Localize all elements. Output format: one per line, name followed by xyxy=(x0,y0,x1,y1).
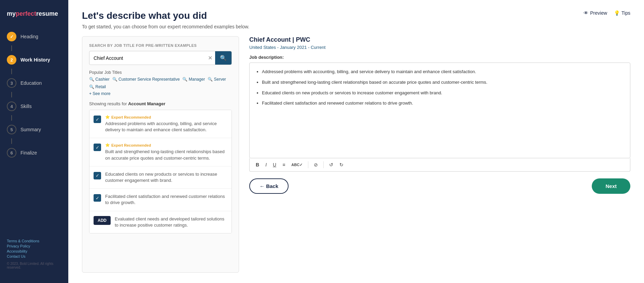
tips-label: Tips xyxy=(621,10,630,16)
sidebar-item-finalize[interactable]: 6 Finalize xyxy=(0,144,68,162)
job-company-separator: | xyxy=(292,36,296,43)
see-more-button[interactable]: + See more xyxy=(89,91,232,96)
spellcheck-button[interactable]: ABC✓ xyxy=(289,162,305,168)
nav-connector-3 xyxy=(11,92,12,97)
underline-button[interactable]: U xyxy=(271,161,278,169)
search-box: ✕ 🔍 xyxy=(89,51,232,65)
job-date-separator: - xyxy=(277,45,280,50)
popular-tags: 🔍 Cashier 🔍 Customer Service Representat… xyxy=(89,77,232,89)
result-item[interactable]: ✓ ⭐ Expert Recommended Addressed problem… xyxy=(89,110,232,138)
page-title: Let's describe what you did xyxy=(82,10,207,21)
accessibility-link[interactable]: Accessibility xyxy=(7,249,61,253)
step-circle-skills: 4 xyxy=(7,102,16,111)
add-result-button[interactable]: ADD xyxy=(94,216,111,225)
redo-button[interactable]: ↻ xyxy=(337,161,346,169)
result-text: Addressed problems with accounting, bill… xyxy=(105,121,227,133)
search-button[interactable]: 🔍 xyxy=(215,51,232,65)
result-item[interactable]: ADD Evaluated client needs and developed… xyxy=(89,211,232,233)
preview-label: Preview xyxy=(590,10,607,16)
result-content: ⭐ Expert Recommended Addressed problems … xyxy=(105,115,227,133)
sidebar-label-heading: Heading xyxy=(20,34,38,39)
job-date-end: Current xyxy=(311,45,325,50)
job-title-line: Chief Account | PWC xyxy=(249,36,630,43)
job-date-dash: - xyxy=(308,45,311,50)
privacy-link[interactable]: Privacy Policy xyxy=(7,244,61,248)
result-text: Educated clients on new products or serv… xyxy=(105,171,227,184)
copyright-text: © 2023, Bold Limited. All rights reserve… xyxy=(7,262,61,269)
contact-link[interactable]: Contact Us xyxy=(7,254,61,258)
result-content: Facilitated client satisfaction and rene… xyxy=(105,193,227,206)
clear-format-button[interactable]: ⊘ xyxy=(312,161,320,169)
search-panel: SEARCH BY JOB TITLE FOR PRE-WRITTEN EXAM… xyxy=(82,36,239,273)
result-checkbox[interactable]: ✓ xyxy=(94,172,101,179)
clear-search-button[interactable]: ✕ xyxy=(205,55,215,61)
sidebar-item-heading[interactable]: ✓ Heading xyxy=(0,28,68,45)
result-checkbox[interactable]: ✓ xyxy=(94,144,101,151)
job-title: Chief Account xyxy=(249,36,291,43)
tag-cashier[interactable]: 🔍 Cashier xyxy=(89,77,110,82)
bottom-nav: ← Back Next xyxy=(249,178,630,194)
result-content: Evaluated client needs and developed tai… xyxy=(115,216,227,228)
eye-icon: 👁 xyxy=(584,10,588,16)
editor-toolbar: B I U ≡ ABC✓ ⊘ ↺ ↻ xyxy=(249,158,630,172)
nav-connector-1 xyxy=(11,45,12,51)
expert-label: ⭐ Expert Recommended xyxy=(105,115,227,119)
bullet-3: Educated clients on new products or serv… xyxy=(262,90,625,97)
job-desc-label: Job description: xyxy=(249,55,630,60)
page-header: Let's describe what you did 👁 Preview 💡 … xyxy=(82,10,630,21)
sidebar-label-skills: Skills xyxy=(20,104,32,109)
step-circle-finalize: 6 xyxy=(7,148,16,158)
result-content: ⭐ Expert Recommended Built and strengthe… xyxy=(105,143,227,161)
sidebar-item-education[interactable]: 3 Education xyxy=(0,74,68,92)
bullet-2: Built and strengthened long-lasting clie… xyxy=(262,79,625,86)
expert-label: ⭐ Expert Recommended xyxy=(105,143,227,147)
search-input[interactable] xyxy=(89,52,205,64)
job-desc-editor[interactable]: Addressed problems with accounting, bill… xyxy=(249,63,630,158)
popular-titles: Popular Job Titles 🔍 Cashier 🔍 Customer … xyxy=(89,70,232,96)
result-item[interactable]: ✓ Facilitated client satisfaction and re… xyxy=(89,189,232,211)
job-location-line: United States - January 2021 - Current xyxy=(249,45,630,50)
main-content: Let's describe what you did 👁 Preview 💡 … xyxy=(68,0,644,283)
sidebar-footer: Terms & Conditions Privacy Policy Access… xyxy=(0,232,68,276)
tag-manager[interactable]: 🔍 Manager xyxy=(182,77,205,82)
tag-retail[interactable]: 🔍 Retail xyxy=(89,84,106,89)
header-actions: 👁 Preview 💡 Tips xyxy=(584,10,630,16)
nav-connector-5 xyxy=(11,138,12,144)
result-text: Facilitated client satisfaction and rene… xyxy=(105,193,227,206)
tag-customer-service[interactable]: 🔍 Customer Service Representative xyxy=(112,77,180,82)
tag-server[interactable]: 🔍 Server xyxy=(208,77,226,82)
step-circle-heading: ✓ xyxy=(7,32,16,41)
result-item[interactable]: ✓ Educated clients on new products or se… xyxy=(89,166,232,189)
list-button[interactable]: ≡ xyxy=(280,161,287,169)
sidebar-item-work-history[interactable]: 2 Work History xyxy=(0,51,68,69)
sidebar-label-summary: Summary xyxy=(20,127,41,132)
result-text: Evaluated client needs and developed tai… xyxy=(115,216,227,228)
tips-button[interactable]: 💡 Tips xyxy=(614,10,630,16)
result-checkbox[interactable]: ✓ xyxy=(94,116,101,123)
result-content: Educated clients on new products or serv… xyxy=(105,171,227,184)
job-date-start: January 2021 xyxy=(280,45,307,50)
next-button[interactable]: Next xyxy=(592,178,630,194)
toolbar-divider xyxy=(308,161,308,168)
bold-button[interactable]: B xyxy=(254,161,261,169)
back-button[interactable]: ← Back xyxy=(249,178,289,194)
logo-my: my xyxy=(7,10,16,17)
result-item[interactable]: ✓ ⭐ Expert Recommended Built and strengt… xyxy=(89,138,232,166)
logo: myperfectresume xyxy=(0,7,68,28)
sidebar-item-skills[interactable]: 4 Skills xyxy=(0,97,68,115)
result-text: Built and strengthened long-lasting clie… xyxy=(105,149,227,161)
preview-button[interactable]: 👁 Preview xyxy=(584,10,607,16)
tips-icon: 💡 xyxy=(614,10,620,16)
terms-link[interactable]: Terms & Conditions xyxy=(7,239,61,243)
nav-connector-2 xyxy=(11,69,12,74)
step-circle-education: 3 xyxy=(7,78,16,88)
undo-button[interactable]: ↺ xyxy=(327,161,335,169)
results-label: Showing results for Account Manager xyxy=(89,101,232,106)
sidebar-item-summary[interactable]: 5 Summary xyxy=(0,121,68,138)
step-circle-work-history: 2 xyxy=(7,55,16,65)
italic-button[interactable]: I xyxy=(263,161,269,169)
result-checkbox[interactable]: ✓ xyxy=(94,194,101,202)
step-circle-summary: 5 xyxy=(7,125,16,134)
sidebar-label-finalize: Finalize xyxy=(20,150,37,156)
bullet-1: Addressed problems with accounting, bill… xyxy=(262,68,625,76)
